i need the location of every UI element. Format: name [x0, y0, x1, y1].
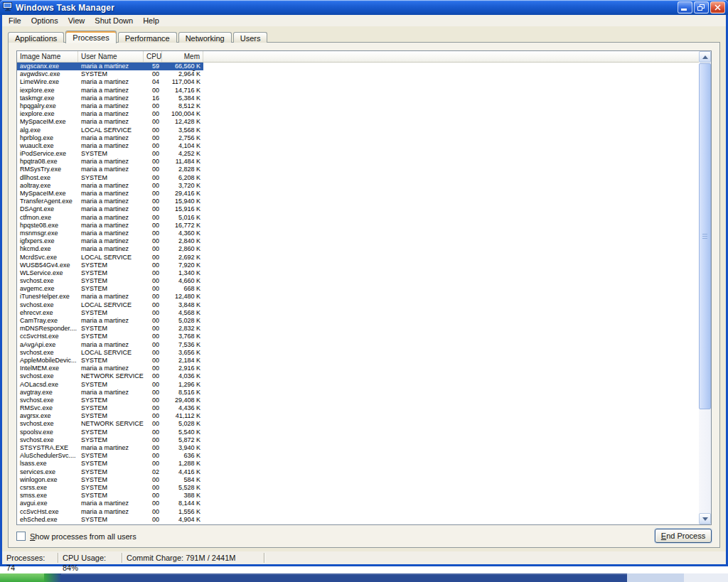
cell-mem: 2,756 K	[162, 134, 203, 142]
table-row[interactable]: hpqgalry.exemaria a martinez008,512 K	[17, 102, 203, 110]
scroll-up-button[interactable]	[699, 51, 711, 63]
table-row[interactable]: WLService.exeSYSTEM001,340 K	[17, 269, 203, 277]
end-process-button[interactable]: End Process	[655, 529, 712, 543]
cell-image: RMSvc.exe	[17, 404, 78, 412]
table-row[interactable]: winlogon.exeSYSTEM00584 K	[17, 476, 203, 484]
close-button[interactable]	[710, 1, 725, 14]
table-row[interactable]: msnmsgr.exemaria a martinez004,360 K	[17, 230, 203, 237]
cell-user: LOCAL SERVICE	[78, 349, 144, 357]
tab-networking[interactable]: Networking	[178, 32, 232, 43]
menu-bar: FileOptionsViewShut DownHelp	[2, 15, 726, 26]
column-header-cpu[interactable]: CPU	[144, 51, 162, 62]
table-row[interactable]: svchost.exeLOCAL SERVICE003,656 K	[17, 349, 203, 357]
show-all-users-checkbox[interactable]: Show processes from all users	[16, 532, 136, 541]
table-row[interactable]: lsass.exeSYSTEM001,288 K	[17, 460, 203, 468]
minimize-button[interactable]	[678, 1, 692, 14]
cell-cpu: 00	[144, 429, 162, 436]
table-row[interactable]: McrdSvc.exeLOCAL SERVICE002,692 K	[17, 254, 203, 262]
table-row[interactable]: dllhost.exeSYSTEM006,208 K	[17, 174, 203, 182]
table-row[interactable]: RMSvc.exeSYSTEM004,436 K	[17, 404, 203, 412]
menu-item-options[interactable]: Options	[26, 16, 63, 26]
table-row[interactable]: spoolsv.exeSYSTEM005,540 K	[17, 429, 203, 436]
menu-item-view[interactable]: View	[63, 16, 90, 26]
cell-cpu: 00	[144, 476, 162, 484]
taskbar	[0, 573, 728, 582]
status-panel-2: Commit Charge: 791M / 2441M	[122, 553, 264, 563]
table-row[interactable]: ehrecvr.exeSYSTEM004,568 K	[17, 309, 203, 317]
title-bar[interactable]: Windows Task Manager	[0, 0, 728, 15]
table-row[interactable]: svchost.exeSYSTEM0029,408 K	[17, 397, 203, 404]
table-row[interactable]: svchost.exeLOCAL SERVICE003,848 K	[17, 301, 203, 309]
cell-user: LOCAL SERVICE	[78, 301, 144, 309]
cell-cpu: 00	[144, 452, 162, 460]
table-row[interactable]: svchost.exeSYSTEM004,660 K	[17, 277, 203, 285]
column-header-user[interactable]: User Name	[78, 51, 144, 62]
start-button[interactable]	[0, 573, 44, 582]
tab-processes[interactable]: Processes	[65, 31, 116, 43]
column-header-image[interactable]: Image Name	[17, 51, 78, 62]
table-row[interactable]: smss.exeSYSTEM00388 K	[17, 492, 203, 500]
table-row[interactable]: svchost.exeNETWORK SERVICE005,028 K	[17, 420, 203, 428]
table-row[interactable]: hpqtra08.exemaria a martinez0011,484 K	[17, 158, 203, 166]
table-row[interactable]: wuauclt.exemaria a martinez004,104 K	[17, 142, 203, 150]
table-row[interactable]: AppleMobileDevic...SYSTEM002,184 K	[17, 357, 203, 365]
cell-user: maria a martinez	[78, 389, 144, 397]
cell-user: maria a martinez	[78, 166, 144, 173]
table-row[interactable]: taskmgr.exemaria a martinez165,384 K	[17, 95, 203, 102]
table-row[interactable]: svchost.exeNETWORK SERVICE004,036 K	[17, 372, 203, 380]
table-row[interactable]: TransferAgent.exemaria a martinez0015,94…	[17, 198, 203, 205]
table-row[interactable]: hpqste08.exemaria a martinez0016,772 K	[17, 222, 203, 230]
table-row[interactable]: IntelMEM.exemaria a martinez002,916 K	[17, 365, 203, 372]
table-row[interactable]: CamTray.exemaria a martinez005,028 K	[17, 317, 203, 325]
table-row[interactable]: MySpaceIM.exemaria a martinez0012,428 K	[17, 118, 203, 126]
table-row[interactable]: AluSchedulerSvc....SYSTEM00636 K	[17, 452, 203, 460]
cell-mem: 1,288 K	[162, 460, 203, 468]
table-row[interactable]: iPodService.exeSYSTEM004,252 K	[17, 150, 203, 158]
table-row[interactable]: WUSB54Gv4.exeSYSTEM007,920 K	[17, 262, 203, 269]
cell-mem: 1,296 K	[162, 381, 203, 389]
table-row[interactable]: avgrsx.exeSYSTEM0041,112 K	[17, 412, 203, 420]
table-row[interactable]: csrss.exeSYSTEM005,528 K	[17, 484, 203, 492]
table-row[interactable]: DSAgnt.exemaria a martinez0015,916 K	[17, 205, 203, 213]
menu-item-help[interactable]: Help	[138, 16, 164, 26]
column-header-mem[interactable]: Mem Usage	[162, 51, 203, 62]
cell-image: MySpaceIM.exe	[17, 118, 78, 126]
table-row[interactable]: avgscanx.exemaria a martinez5966,560 K	[17, 63, 203, 70]
table-row[interactable]: avgtray.exemaria a martinez008,516 K	[17, 389, 203, 397]
scroll-down-button[interactable]	[699, 513, 711, 524]
table-row[interactable]: hprblog.exemaria a martinez002,756 K	[17, 134, 203, 142]
table-row[interactable]: MySpaceIM.exemaria a martinez0029,416 K	[17, 190, 203, 198]
table-row[interactable]: avgui.exemaria a martinez008,144 K	[17, 500, 203, 507]
table-row[interactable]: iTunesHelper.exemaria a martinez0012,480…	[17, 293, 203, 301]
menu-item-shut-down[interactable]: Shut Down	[90, 16, 138, 26]
table-row[interactable]: ctfmon.exemaria a martinez005,016 K	[17, 214, 203, 222]
table-row[interactable]: iexplore.exemaria a martinez00100,004 K	[17, 110, 203, 118]
table-row[interactable]: svchost.exeSYSTEM005,872 K	[17, 436, 203, 444]
tab-users[interactable]: Users	[233, 32, 268, 43]
menu-item-file[interactable]: File	[4, 16, 26, 26]
table-row[interactable]: avgemc.exeSYSTEM00668 K	[17, 285, 203, 293]
table-row[interactable]: ccSvcHst.exeSYSTEM003,768 K	[17, 333, 203, 340]
table-row[interactable]: ccSvcHst.exemaria a martinez001,556 K	[17, 508, 203, 516]
table-row[interactable]: ehSched.exeSYSTEM004,904 K	[17, 516, 203, 524]
cell-user: maria a martinez	[78, 134, 144, 142]
scrollbar-thumb[interactable]	[699, 63, 711, 409]
table-row[interactable]: aoltray.exemaria a martinez003,720 K	[17, 182, 203, 190]
table-row[interactable]: avgwdsvc.exeSYSTEM002,964 K	[17, 70, 203, 78]
table-row[interactable]: alg.exeLOCAL SERVICE003,568 K	[17, 126, 203, 134]
tab-applications[interactable]: Applications	[8, 32, 64, 43]
cell-cpu: 00	[144, 333, 162, 340]
table-row[interactable]: STSYSTRA.EXEmaria a martinez003,940 K	[17, 444, 203, 452]
table-row[interactable]: services.exeSYSTEM024,416 K	[17, 468, 203, 476]
tab-performance[interactable]: Performance	[118, 32, 177, 43]
table-row[interactable]: igfxpers.exemaria a martinez002,840 K	[17, 237, 203, 245]
table-row[interactable]: LimeWire.exemaria a martinez04117,004 K	[17, 78, 203, 86]
table-row[interactable]: RMSysTry.exemaria a martinez002,828 K	[17, 166, 203, 173]
table-row[interactable]: aAvgApi.exemaria a martinez007,536 K	[17, 341, 203, 349]
table-row[interactable]: mDNSResponder....SYSTEM002,832 K	[17, 325, 203, 333]
table-row[interactable]: hkcmd.exemaria a martinez002,860 K	[17, 245, 203, 253]
cell-mem: 2,832 K	[162, 325, 203, 333]
restore-button[interactable]	[694, 1, 709, 14]
table-row[interactable]: AOLacsd.exeSYSTEM001,296 K	[17, 381, 203, 389]
table-row[interactable]: iexplore.exemaria a martinez0014,716 K	[17, 87, 203, 95]
